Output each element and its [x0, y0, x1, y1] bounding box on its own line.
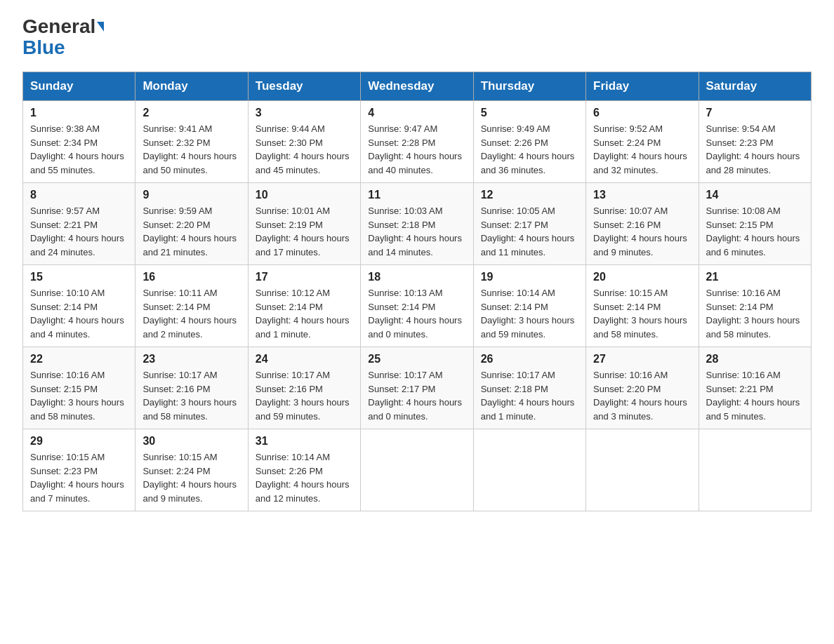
day-info: Sunrise: 10:15 AMSunset: 2:14 PMDaylight… [593, 286, 691, 341]
day-info: Sunrise: 10:16 AMSunset: 2:15 PMDaylight… [30, 368, 128, 423]
day-number: 2 [143, 107, 240, 119]
day-number: 20 [593, 271, 691, 283]
day-number: 31 [256, 435, 353, 448]
day-info: Sunrise: 9:41 AMSunset: 2:32 PMDaylight:… [143, 122, 240, 177]
table-row: 14 Sunrise: 10:08 AMSunset: 2:15 PMDayli… [699, 183, 811, 265]
table-row: 30 Sunrise: 10:15 AMSunset: 2:24 PMDayli… [135, 429, 248, 511]
calendar-week-row: 29 Sunrise: 10:15 AMSunset: 2:23 PMDayli… [23, 429, 812, 511]
table-row: 3 Sunrise: 9:44 AMSunset: 2:30 PMDayligh… [248, 101, 360, 183]
logo-blue-text: Blue [22, 38, 65, 58]
day-info: Sunrise: 10:13 AMSunset: 2:14 PMDaylight… [368, 286, 465, 341]
table-row: 9 Sunrise: 9:59 AMSunset: 2:20 PMDayligh… [135, 183, 248, 265]
calendar-week-row: 1 Sunrise: 9:38 AMSunset: 2:34 PMDayligh… [23, 101, 812, 183]
day-info: Sunrise: 10:01 AMSunset: 2:19 PMDaylight… [256, 204, 353, 259]
table-row: 13 Sunrise: 10:07 AMSunset: 2:16 PMDayli… [586, 183, 699, 265]
day-info: Sunrise: 10:15 AMSunset: 2:24 PMDaylight… [143, 450, 240, 505]
day-number: 21 [706, 271, 804, 283]
day-number: 18 [368, 271, 465, 283]
day-number: 8 [30, 189, 128, 201]
table-row: 26 Sunrise: 10:17 AMSunset: 2:18 PMDayli… [473, 347, 585, 429]
day-info: Sunrise: 10:16 AMSunset: 2:20 PMDaylight… [593, 368, 691, 423]
table-row: 15 Sunrise: 10:10 AMSunset: 2:14 PMDayli… [23, 265, 135, 347]
table-row: 28 Sunrise: 10:16 AMSunset: 2:21 PMDayli… [699, 347, 811, 429]
day-number: 11 [368, 189, 465, 201]
day-number: 4 [368, 107, 465, 119]
day-info: Sunrise: 9:54 AMSunset: 2:23 PMDaylight:… [706, 122, 804, 177]
table-row: 22 Sunrise: 10:16 AMSunset: 2:15 PMDayli… [23, 347, 135, 429]
table-row: 27 Sunrise: 10:16 AMSunset: 2:20 PMDayli… [586, 347, 699, 429]
day-info: Sunrise: 9:49 AMSunset: 2:26 PMDaylight:… [481, 122, 578, 177]
day-info: Sunrise: 10:11 AMSunset: 2:14 PMDaylight… [143, 286, 240, 341]
table-row: 5 Sunrise: 9:49 AMSunset: 2:26 PMDayligh… [473, 101, 585, 183]
table-row: 23 Sunrise: 10:17 AMSunset: 2:16 PMDayli… [135, 347, 248, 429]
day-number: 1 [30, 107, 128, 119]
calendar-week-row: 22 Sunrise: 10:16 AMSunset: 2:15 PMDayli… [23, 347, 812, 429]
header-saturday: Saturday [699, 72, 811, 101]
table-row: 6 Sunrise: 9:52 AMSunset: 2:24 PMDayligh… [586, 101, 699, 183]
logo-triangle-icon [97, 22, 104, 32]
table-row: 8 Sunrise: 9:57 AMSunset: 2:21 PMDayligh… [23, 183, 135, 265]
day-info: Sunrise: 10:05 AMSunset: 2:17 PMDaylight… [481, 204, 578, 259]
logo-general-text: General [22, 17, 95, 36]
table-row: 4 Sunrise: 9:47 AMSunset: 2:28 PMDayligh… [361, 101, 473, 183]
day-number: 13 [593, 189, 691, 201]
day-number: 25 [368, 353, 465, 365]
header-tuesday: Tuesday [248, 72, 360, 101]
weekday-header-row: Sunday Monday Tuesday Wednesday Thursday… [23, 72, 812, 101]
day-number: 17 [256, 271, 353, 283]
day-info: Sunrise: 10:03 AMSunset: 2:18 PMDaylight… [368, 204, 465, 259]
day-info: Sunrise: 10:17 AMSunset: 2:17 PMDaylight… [368, 368, 465, 423]
day-number: 9 [143, 189, 240, 201]
day-number: 23 [143, 353, 240, 365]
table-row [361, 429, 473, 511]
day-number: 15 [30, 271, 128, 283]
day-number: 29 [30, 435, 128, 448]
calendar-week-row: 15 Sunrise: 10:10 AMSunset: 2:14 PMDayli… [23, 265, 812, 347]
table-row: 18 Sunrise: 10:13 AMSunset: 2:14 PMDayli… [361, 265, 473, 347]
day-number: 22 [30, 353, 128, 365]
table-row: 16 Sunrise: 10:11 AMSunset: 2:14 PMDayli… [135, 265, 248, 347]
day-number: 24 [256, 353, 353, 365]
day-info: Sunrise: 10:07 AMSunset: 2:16 PMDaylight… [593, 204, 691, 259]
header-sunday: Sunday [23, 72, 135, 101]
day-info: Sunrise: 10:17 AMSunset: 2:16 PMDaylight… [256, 368, 353, 423]
table-row [699, 429, 811, 511]
day-info: Sunrise: 9:52 AMSunset: 2:24 PMDaylight:… [593, 122, 691, 177]
calendar-table: Sunday Monday Tuesday Wednesday Thursday… [22, 72, 812, 511]
day-info: Sunrise: 10:15 AMSunset: 2:23 PMDaylight… [30, 450, 128, 505]
table-row: 1 Sunrise: 9:38 AMSunset: 2:34 PMDayligh… [23, 101, 135, 183]
day-info: Sunrise: 10:14 AMSunset: 2:14 PMDaylight… [481, 286, 578, 341]
day-number: 3 [256, 107, 353, 119]
table-row: 21 Sunrise: 10:16 AMSunset: 2:14 PMDayli… [699, 265, 811, 347]
table-row: 17 Sunrise: 10:12 AMSunset: 2:14 PMDayli… [248, 265, 360, 347]
day-info: Sunrise: 10:17 AMSunset: 2:16 PMDaylight… [143, 368, 240, 423]
table-row: 20 Sunrise: 10:15 AMSunset: 2:14 PMDayli… [586, 265, 699, 347]
table-row: 7 Sunrise: 9:54 AMSunset: 2:23 PMDayligh… [699, 101, 811, 183]
day-number: 28 [706, 353, 804, 365]
table-row: 29 Sunrise: 10:15 AMSunset: 2:23 PMDayli… [23, 429, 135, 511]
day-info: Sunrise: 10:14 AMSunset: 2:26 PMDaylight… [256, 450, 353, 505]
day-info: Sunrise: 9:38 AMSunset: 2:34 PMDaylight:… [30, 122, 128, 177]
header-thursday: Thursday [473, 72, 585, 101]
day-info: Sunrise: 9:57 AMSunset: 2:21 PMDaylight:… [30, 204, 128, 259]
table-row: 2 Sunrise: 9:41 AMSunset: 2:32 PMDayligh… [135, 101, 248, 183]
day-number: 26 [481, 353, 578, 365]
day-info: Sunrise: 10:16 AMSunset: 2:21 PMDaylight… [706, 368, 804, 423]
header-wednesday: Wednesday [361, 72, 473, 101]
header-monday: Monday [135, 72, 248, 101]
table-row: 11 Sunrise: 10:03 AMSunset: 2:18 PMDayli… [361, 183, 473, 265]
table-row: 10 Sunrise: 10:01 AMSunset: 2:19 PMDayli… [248, 183, 360, 265]
day-info: Sunrise: 9:44 AMSunset: 2:30 PMDaylight:… [256, 122, 353, 177]
day-number: 30 [143, 435, 240, 448]
day-number: 14 [706, 189, 804, 201]
day-info: Sunrise: 10:10 AMSunset: 2:14 PMDaylight… [30, 286, 128, 341]
table-row [586, 429, 699, 511]
day-number: 10 [256, 189, 353, 201]
day-info: Sunrise: 10:17 AMSunset: 2:18 PMDaylight… [481, 368, 578, 423]
day-number: 19 [481, 271, 578, 283]
day-info: Sunrise: 10:16 AMSunset: 2:14 PMDaylight… [706, 286, 804, 341]
day-number: 16 [143, 271, 240, 283]
logo: General Blue [22, 17, 104, 58]
calendar-week-row: 8 Sunrise: 9:57 AMSunset: 2:21 PMDayligh… [23, 183, 812, 265]
day-info: Sunrise: 9:59 AMSunset: 2:20 PMDaylight:… [143, 204, 240, 259]
